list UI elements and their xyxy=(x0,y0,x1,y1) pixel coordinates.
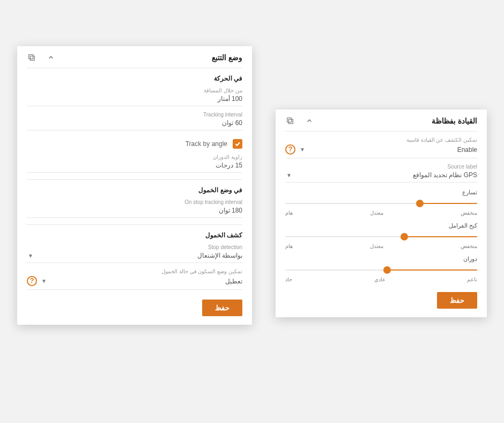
turning-slider-label: دوران xyxy=(285,256,477,262)
svg-rect-0 xyxy=(30,56,34,60)
card-title: القيادة بفظاظة xyxy=(314,116,477,125)
tracking-interval-field[interactable]: Tracking interval 60 ثوان xyxy=(27,112,242,130)
turn-angle-value: 15 درجات xyxy=(27,162,242,169)
chevron-down-icon: ▼ xyxy=(286,172,292,178)
legend-mid: معتدل xyxy=(370,243,383,249)
enable-detection-field[interactable]: تمكين الكشف عن القيادة قاسية Enable ▼ ? xyxy=(285,137,477,158)
card-header: وضع التتبع xyxy=(27,53,242,68)
tracking-interval-label: Tracking interval xyxy=(27,112,242,118)
slider-thumb[interactable] xyxy=(383,266,391,274)
source-label-value: GPS نظام تحديد المواقع xyxy=(295,171,477,179)
divider xyxy=(27,179,242,180)
distance-field[interactable]: من خلال المسافة 100 أمتار xyxy=(27,87,242,106)
section-motion-title: في الحركة xyxy=(27,75,242,82)
section-detection-title: كشف الخمول xyxy=(27,231,242,239)
acceleration-slider[interactable] xyxy=(285,199,477,208)
slider-legend: منخفض معتدل هام xyxy=(285,243,477,249)
braking-slider-block: كبح الفرامل منخفض معتدل هام xyxy=(285,222,477,249)
svg-rect-2 xyxy=(288,119,293,123)
turn-angle-label: زاوية الدوران xyxy=(27,154,242,160)
help-icon[interactable]: ? xyxy=(27,276,37,286)
turning-slider-block: دوران ناعم عادي حاد xyxy=(285,256,477,282)
slider-thumb[interactable] xyxy=(416,200,424,207)
legend-high: هام xyxy=(285,210,293,216)
distance-value: 100 أمتار xyxy=(27,95,242,103)
stop-detection-field[interactable]: Stop detection بواسطة الإشتعال ▼ xyxy=(27,244,242,263)
source-label-label: Source label xyxy=(285,164,477,170)
save-button[interactable]: حفظ xyxy=(437,292,477,309)
divider xyxy=(27,224,242,225)
on-stop-interval-label: On stop tracking interval xyxy=(27,199,242,205)
harsh-driving-panel: القيادة بفظاظة تمكين الكشف عن القيادة قا… xyxy=(276,110,487,317)
track-by-angle-row[interactable]: Track by angle xyxy=(27,139,242,149)
save-button[interactable]: حفظ xyxy=(202,300,242,316)
enable-detection-value: Enable xyxy=(308,146,477,154)
slider-thumb[interactable] xyxy=(401,233,408,240)
legend-low: منخفض xyxy=(461,210,477,216)
stop-detection-label: Stop detection xyxy=(27,244,242,250)
chevron-down-icon: ▼ xyxy=(41,278,47,284)
copy-icon[interactable] xyxy=(285,116,295,126)
collapse-icon[interactable] xyxy=(305,116,314,126)
tracking-interval-value: 60 ثوان xyxy=(27,119,242,127)
on-stop-interval-field[interactable]: On stop tracking interval 180 ثوان xyxy=(27,199,242,218)
track-by-angle-checkbox[interactable] xyxy=(233,139,242,149)
slider-legend: منخفض معتدل هام xyxy=(285,210,477,216)
card-title: وضع التتبع xyxy=(56,53,242,62)
svg-rect-1 xyxy=(29,55,33,59)
tracking-mode-panel: وضع التتبع في الحركة من خلال المسافة 100… xyxy=(17,46,252,325)
braking-slider-label: كبح الفرامل xyxy=(285,222,477,229)
chevron-down-icon: ▼ xyxy=(300,147,305,152)
chevron-down-icon: ▼ xyxy=(28,253,33,259)
enable-detection-label: تمكين الكشف عن القيادة قاسية xyxy=(285,137,477,143)
section-idle-title: في وضع الخمول xyxy=(27,186,242,194)
collapse-icon[interactable] xyxy=(46,53,56,62)
svg-rect-3 xyxy=(287,118,292,122)
distance-label: من خلال المسافة xyxy=(27,87,242,93)
legend-low: ناعم xyxy=(467,276,477,282)
acceleration-slider-label: تسارع xyxy=(285,189,477,196)
acceleration-slider-block: تسارع منخفض معتدل هام xyxy=(285,189,477,216)
turn-angle-field[interactable]: زاوية الدوران 15 درجات xyxy=(27,154,242,173)
legend-low: منخفض xyxy=(461,243,477,249)
idle-sleep-label: تمكين وضع السكون في حالة الخمول xyxy=(27,268,242,274)
stop-detection-value: بواسطة الإشتعال xyxy=(36,252,242,259)
on-stop-interval-value: 180 ثوان xyxy=(27,207,242,214)
legend-high: حاد xyxy=(285,276,292,282)
help-icon[interactable]: ? xyxy=(285,144,295,155)
source-label-field[interactable]: Source label GPS نظام تحديد المواقع ▼ xyxy=(285,164,477,183)
idle-sleep-value: تعطيل xyxy=(50,278,242,285)
idle-sleep-field[interactable]: تمكين وضع السكون في حالة الخمول تعطيل ▼ … xyxy=(27,268,242,290)
card-header: القيادة بفظاظة xyxy=(285,116,477,132)
braking-slider[interactable] xyxy=(285,232,477,241)
copy-icon[interactable] xyxy=(27,53,36,62)
legend-high: هام xyxy=(285,243,293,249)
slider-legend: ناعم عادي حاد xyxy=(285,276,477,282)
turning-slider[interactable] xyxy=(285,266,477,274)
legend-mid: عادي xyxy=(374,276,386,282)
legend-mid: معتدل xyxy=(370,210,383,216)
track-by-angle-label: Track by angle xyxy=(186,140,227,148)
